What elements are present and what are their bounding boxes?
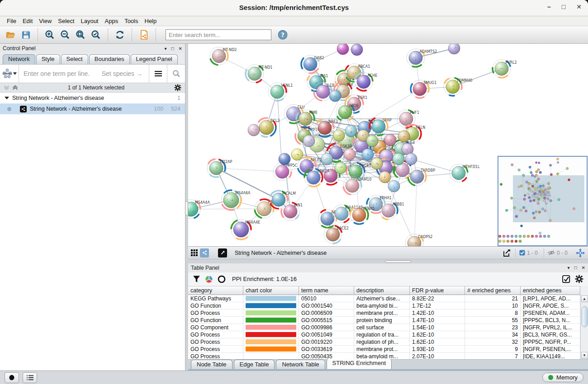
horizontal-splitter-grip[interactable] [385,260,411,263]
table-row[interactable]: GO ProcessGO:0050435beta-amyloid m...2.0… [188,353,588,359]
cell--enriched-genes: 8 [465,309,521,316]
filter-icon[interactable] [193,276,200,283]
set-species-hint[interactable]: Set species → [102,70,149,77]
tab-edge-table[interactable]: Edge Table [234,360,275,369]
table-panel-menu-icon[interactable]: ▾ [568,265,570,270]
table-row[interactable]: GO FunctionGO:0005515protein binding1.47… [188,317,588,324]
expand-all-icon[interactable] [12,85,18,90]
minimize-button[interactable]: – [547,3,551,10]
column-header-FDR-p-value[interactable]: FDR p-value [410,286,465,295]
control-panel-menu-icon[interactable]: ▾ [165,46,167,51]
search-input[interactable] [166,29,271,40]
cell-chart-color [243,302,299,309]
string-logo-icon[interactable]: STRING [0,65,19,83]
svg-text:MS4A4E: MS4A4E [245,220,260,225]
network-collection-row[interactable]: String Network - Alzheimer's disease 1 [0,93,185,103]
control-panel-float-icon[interactable]: □ [171,46,174,51]
scroll-down-icon[interactable]: ▼ [581,352,588,359]
zoom-fit-icon[interactable] [74,28,87,42]
detach-view-icon[interactable] [218,248,227,258]
reset-charts-icon[interactable] [218,275,226,283]
pan-tool-icon[interactable] [575,248,585,258]
task-history-button[interactable] [5,372,19,383]
string-options-icon[interactable] [149,65,167,83]
vertical-splitter-grip[interactable] [185,201,188,215]
help-icon[interactable]: ? [276,28,289,42]
app-window: Session: /tmp/enrichmentTest.cys – □ ✕ F… [0,0,588,384]
control-panel-close-icon[interactable]: ✕ [179,46,182,51]
zoom-in-icon[interactable] [43,28,57,42]
column-header-enriched-genes[interactable]: enriched genes [521,286,580,295]
tab-style[interactable]: Style [36,54,60,64]
collapse-all-icon[interactable] [4,85,9,90]
export-view-icon[interactable] [502,248,511,258]
table-row[interactable]: GO ProcessGO:0006509membrane prot...1.42… [188,309,588,317]
scrollbar-thumb[interactable] [582,306,588,327]
string-tab-icon[interactable] [200,248,209,258]
save-session-icon[interactable] [19,28,33,42]
menu-select[interactable]: Select [55,17,77,25]
table-row[interactable]: GO ProcessGO:0051049regulation of tra...… [188,331,588,338]
maximize-button[interactable]: □ [562,3,565,10]
tab-network-table[interactable]: Network Table [276,360,325,369]
menu-edit[interactable]: Edit [19,17,36,25]
birds-eye-view[interactable] [498,156,588,246]
table-panel-float-icon[interactable]: □ [574,265,577,270]
svg-text:GAB2: GAB2 [314,56,324,60]
svg-text:ADAM10: ADAM10 [356,178,371,182]
export-network-icon[interactable] [137,28,151,42]
table-row[interactable]: GO ProcessGO:0019220regulation of ph...1… [188,338,588,346]
tab-boundaries[interactable]: Boundaries [89,54,130,64]
menu-view[interactable]: View [36,17,55,25]
enrichment-settings-gear-icon[interactable] [575,275,583,283]
tab-string-enrichment[interactable]: STRING Enrichment [327,358,392,369]
table-row[interactable]: KEGG Pathways05010Alzheimer's dise...8.8… [188,295,588,302]
network-panel-gear-icon[interactable] [174,84,181,91]
tab-legend-panel[interactable]: Legend Panel [131,54,178,64]
table-scrollbar[interactable]: ▲ ▼ [580,295,588,359]
menu-layout[interactable]: Layout [77,17,101,25]
chart-color-swatch [246,339,296,344]
tab-node-table[interactable]: Node Table [191,360,232,369]
string-search-icon[interactable] [167,65,185,83]
string-query-placeholder[interactable]: Enter one term per line. [19,70,102,77]
grid-view-icon[interactable] [191,249,198,256]
memory-button[interactable]: Memory [542,373,583,382]
column-header-term-name[interactable]: term name [299,286,354,295]
svg-text:EFNA5: EFNA5 [363,207,375,211]
refresh-icon[interactable] [113,28,127,42]
cell-enriched-genes: [LRP1, APOE, AD... [521,295,580,302]
menu-file[interactable]: File [4,17,19,25]
string-query-bar: STRING Enter one term per line. Set spec… [0,64,185,83]
svg-text:?: ? [281,32,285,38]
network-row[interactable]: String Network - Alzheimer's disease 100… [0,103,185,114]
close-button[interactable]: ✕ [576,3,582,10]
table-row[interactable]: GO ProcessGO:0033619membrane prot...1.93… [188,346,588,353]
select-all-icon[interactable] [562,275,570,283]
table-panel-close-icon[interactable]: ✕ [582,265,585,270]
tab-select[interactable]: Select [61,54,88,64]
cell--enriched-genes: 10 [465,302,521,309]
cell-category: GO Process [188,331,243,338]
column-header-chart-color[interactable]: chart color [243,286,299,295]
task-list-button[interactable] [23,372,37,383]
table-row[interactable]: GO FunctionGO:0001540beta-amyloid bi...1… [188,302,588,309]
open-session-icon[interactable] [4,28,17,42]
horizontal-splitter[interactable] [188,259,588,263]
cell--enriched-genes: 34 [465,331,521,338]
table-row[interactable]: GO ComponentGO:0009986cell surface1.54E-… [188,324,588,331]
menu-tools[interactable]: Tools [121,17,141,25]
zoom-out-icon[interactable] [58,28,72,42]
zoom-selected-icon[interactable] [89,28,103,42]
tab-network[interactable]: Network [3,54,35,64]
draw-charts-icon[interactable] [205,275,213,283]
cell-category: KEGG Pathways [188,295,243,302]
menu-help[interactable]: Help [142,17,160,25]
column-header-category[interactable]: category [188,286,243,295]
scroll-up-icon[interactable]: ▲ [581,295,588,302]
menu-apps[interactable]: Apps [102,17,122,25]
cell-chart-color [243,346,299,352]
column-header-description[interactable]: description [354,286,410,295]
title-bar: Session: /tmp/enrichmentTest.cys – □ ✕ [0,0,588,16]
column-header--enriched-genes[interactable]: # enriched genes [465,286,521,295]
